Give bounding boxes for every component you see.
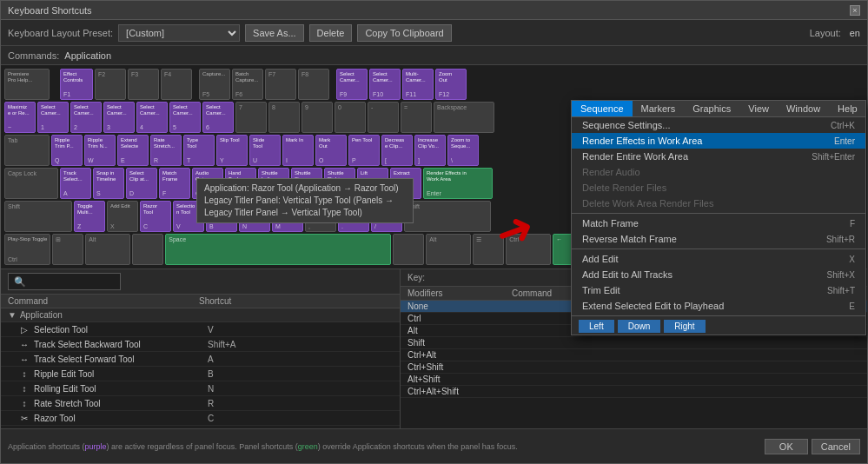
list-item[interactable]: ▷ Selection Tool V (1, 322, 400, 337)
key-y[interactable]: Slip Tool Y (216, 135, 248, 166)
key-f3[interactable]: F3 (128, 69, 159, 100)
key-e[interactable]: ExtendSelecte E (117, 135, 149, 166)
key-o[interactable]: MarkOut O (315, 135, 347, 166)
key-bracket-r[interactable]: IncreaseClip Vo... ] (414, 135, 446, 166)
key-q[interactable]: RippleTrim P... Q (51, 135, 83, 166)
menu-item-add-edit[interactable]: Add Edit X (572, 251, 865, 267)
cancel-button[interactable]: Cancel (812, 439, 860, 454)
key-f7[interactable]: F7 (265, 69, 296, 100)
key-equals[interactable]: = (401, 102, 432, 133)
key-9[interactable]: 9 (301, 102, 333, 133)
key-5[interactable]: SelectCamer... 5 (169, 102, 201, 133)
key-6[interactable]: SelectCamer... 6 (202, 102, 234, 133)
key-a[interactable]: TrackSelect... A (60, 168, 91, 199)
key-bracket-l[interactable]: Decrease Clip... [ (381, 135, 413, 166)
key-f4[interactable]: F4 (161, 69, 192, 100)
copy-to-clipboard-button[interactable]: Copy To Clipboard (357, 24, 451, 42)
list-item[interactable]: Ctrl+Alt (401, 349, 867, 361)
key-caps-lock[interactable]: Caps Lock (4, 168, 58, 199)
list-item[interactable]: ↔ Track Select Forward Tool A (1, 352, 400, 367)
menu-markers[interactable]: Markers (633, 101, 685, 116)
menu-right-btn[interactable]: Right (664, 320, 705, 333)
menu-left-btn[interactable]: Left (579, 320, 614, 333)
key-z[interactable]: ToggleMulti... Z (74, 201, 105, 232)
key-f11[interactable]: Multi-Camer... F11 (402, 69, 434, 100)
list-item[interactable]: ↕ Ripple Edit Tool B (1, 367, 400, 381)
key-2[interactable]: SelectCamer... 2 (70, 102, 102, 133)
key-f[interactable]: MatchFrame F (159, 168, 190, 199)
key-backspace[interactable]: Backspace (434, 102, 494, 133)
menu-item-render-effects[interactable]: Render Effects in Work Area Enter (572, 133, 865, 149)
key-s[interactable]: Snap inTimeline S (93, 168, 124, 199)
key-f9[interactable]: SelectCamer... F9 (336, 69, 368, 100)
key-3[interactable]: SelectCamer... 3 (103, 102, 135, 133)
key-alt-l[interactable]: Alt (85, 234, 130, 265)
key-f6[interactable]: BatchCapture... F6 (232, 69, 263, 100)
key-f2[interactable]: F2 (95, 69, 126, 100)
key-1[interactable]: SelectCamer... 1 (37, 102, 69, 133)
key-f1[interactable]: EffectControls F1 (60, 69, 93, 100)
key-x[interactable]: Add Edit X (107, 201, 138, 232)
menu-item-add-edit-all[interactable]: Add Edit to All Tracks Shift+X (572, 267, 865, 282)
menu-item-sequence-settings[interactable]: Sequence Settings... Ctrl+K (572, 117, 865, 133)
key-w[interactable]: RippleTrim N... W (84, 135, 116, 166)
menu-item-match-frame[interactable]: Match Frame F (572, 215, 865, 231)
menu-view[interactable]: View (739, 101, 778, 116)
list-item[interactable]: Ctrl+Shift (401, 361, 867, 374)
menu-down-btn[interactable]: Down (618, 320, 661, 333)
key-space[interactable]: Space (165, 234, 391, 265)
key-4[interactable]: SelectCamer... 4 (136, 102, 168, 133)
key-win[interactable]: ⊞ (52, 234, 83, 265)
key-ctrl-l[interactable]: Play-Stop Toggle Ctrl (4, 234, 50, 265)
list-item[interactable]: Shift (401, 337, 867, 349)
save-as-button[interactable]: Save As... (245, 24, 304, 42)
menu-item-reverse-match[interactable]: Reverse Match Frame Shift+R (572, 231, 865, 247)
key-enter[interactable]: Render Effects inWork Area Enter (423, 168, 493, 199)
track-back-icon: ↔ (18, 338, 30, 350)
list-item[interactable]: Alt+Shift (401, 374, 867, 386)
key-shift-r[interactable]: Shift (404, 201, 491, 232)
menu-item-trim-edit[interactable]: Trim Edit Shift+T (572, 282, 865, 298)
search-input[interactable] (8, 273, 121, 290)
key-premiere-help[interactable]: PremierePro Help... (4, 69, 50, 100)
key-backslash[interactable]: Zoom toSeque... \ (447, 135, 479, 166)
delete-button[interactable]: Delete (309, 24, 353, 42)
menu-item-render-entire[interactable]: Render Entire Work Area Shift+Enter (572, 149, 865, 164)
list-item[interactable]: ✂ Razor Tool C (1, 411, 400, 426)
key-r[interactable]: RateStretch... R (150, 135, 182, 166)
key-fn[interactable] (132, 234, 163, 265)
menu-help[interactable]: Help (829, 101, 866, 116)
list-item[interactable]: ↔ Track Select Backward Tool Shift+A (1, 337, 400, 352)
list-item[interactable]: ↕ Rate Stretch Tool R (1, 396, 400, 411)
key-i[interactable]: Mark In I (282, 135, 314, 166)
list-item[interactable]: ↕ Rolling Edit Tool N (1, 381, 400, 396)
key-8[interactable]: 8 (268, 102, 300, 133)
preset-select[interactable]: [Custom] (118, 24, 240, 42)
menu-sequence[interactable]: Sequence (572, 101, 633, 116)
key-shift-l[interactable]: Shift (4, 201, 72, 232)
key-c[interactable]: RazorTool C (140, 201, 171, 232)
key-tab[interactable]: Tab (4, 135, 50, 166)
key-f10[interactable]: SelectCamer... F10 (369, 69, 401, 100)
menu-item-extend-edit[interactable]: Extend Selected Edit to Playhead E (572, 298, 865, 314)
list-item[interactable]: Ctrl+Alt+Shift (401, 386, 867, 398)
menu-graphics[interactable]: Graphics (684, 101, 739, 116)
key-7[interactable]: 7 (235, 102, 267, 133)
key-d[interactable]: SelectClip at... D (126, 168, 157, 199)
key-p[interactable]: Pen Tool P (348, 135, 380, 166)
key-tilde[interactable]: Maximize or Re... ~ (4, 102, 36, 133)
key-f5[interactable]: Capture... F5 (199, 69, 230, 100)
key-f8[interactable]: F8 (298, 69, 329, 100)
close-button[interactable]: × (850, 5, 860, 16)
ok-button[interactable]: OK (765, 439, 808, 454)
key-minus[interactable]: - (368, 102, 399, 133)
key-0[interactable]: 0 (335, 102, 366, 133)
key-fn2[interactable] (393, 234, 424, 265)
key-t[interactable]: TypeTool T (183, 135, 215, 166)
key-ctrl-r[interactable]: Ctrl (506, 234, 551, 265)
key-f12[interactable]: ZoomOut F12 (435, 69, 467, 100)
key-u[interactable]: SlideTool U (249, 135, 281, 166)
menu-window[interactable]: Window (778, 101, 829, 116)
key-menu[interactable]: ☰ (473, 234, 504, 265)
key-alt-r[interactable]: Alt (426, 234, 471, 265)
